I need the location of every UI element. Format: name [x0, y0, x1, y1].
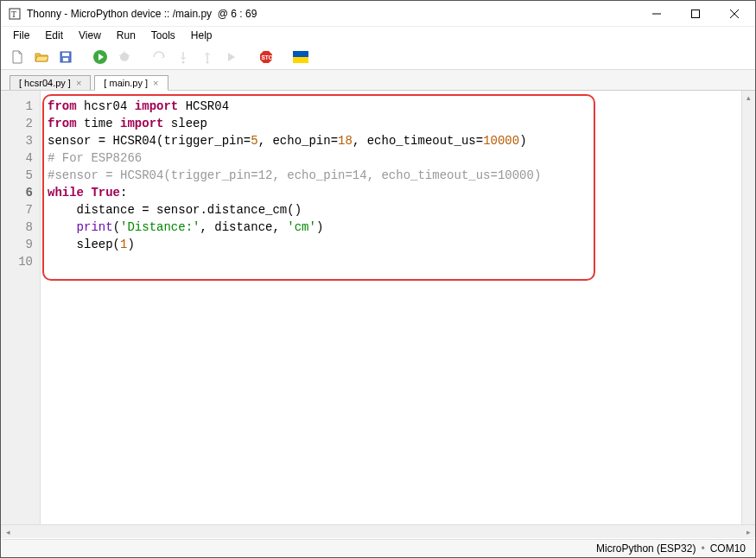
line-number: 1: [1, 98, 40, 115]
maximize-button[interactable]: [676, 2, 715, 26]
svg-point-10: [120, 53, 129, 61]
step-into-button[interactable]: [174, 48, 193, 67]
svg-text:T: T: [11, 10, 16, 19]
step-out-button[interactable]: [198, 48, 217, 67]
scroll-left-arrow-icon[interactable]: ◂: [1, 525, 15, 538]
minimize-button[interactable]: [637, 2, 676, 26]
svg-rect-3: [691, 10, 699, 17]
line-number: 2: [1, 115, 40, 132]
menu-edit[interactable]: Edit: [38, 28, 70, 43]
debug-button[interactable]: [115, 48, 134, 67]
save-button[interactable]: [56, 48, 75, 67]
svg-point-14: [182, 60, 185, 63]
menubar: File Edit View Run Tools Help: [1, 27, 755, 44]
status-interpreter[interactable]: MicroPython (ESP32): [596, 542, 696, 555]
menu-tools[interactable]: Tools: [144, 28, 182, 43]
window-controls: [637, 2, 753, 26]
editor-tabs: [ hcsr04.py ] × [ main.py ] ×: [1, 70, 755, 91]
tab-close-icon[interactable]: ×: [153, 78, 158, 88]
tab-close-icon[interactable]: ×: [76, 78, 81, 88]
svg-rect-7: [62, 53, 69, 56]
status-port[interactable]: COM10: [710, 542, 746, 555]
resume-button[interactable]: [222, 48, 241, 67]
statusbar: MicroPython (ESP32) • COM10: [2, 539, 754, 556]
line-number-gutter: 1 2 3 4 5 6 7 8 9 10: [1, 91, 41, 536]
svg-text:STOP: STOP: [262, 54, 275, 60]
run-button[interactable]: [91, 48, 110, 67]
svg-rect-19: [293, 57, 308, 63]
cursor-position: @ 6 : 69: [218, 8, 257, 20]
line-number: 8: [1, 219, 40, 236]
app-name: Thonny: [27, 8, 61, 20]
line-number: 4: [1, 149, 40, 167]
scroll-right-arrow-icon[interactable]: ▸: [741, 525, 755, 538]
menu-run[interactable]: Run: [110, 28, 143, 43]
editor-area: 1 2 3 4 5 6 7 8 9 10 from hcsr04 import …: [1, 91, 755, 536]
ukraine-flag-icon[interactable]: [291, 48, 310, 67]
scrollbar-track[interactable]: [15, 525, 741, 538]
open-file-button[interactable]: [32, 48, 51, 67]
vertical-scrollbar[interactable]: ▴: [741, 91, 755, 536]
svg-point-15: [206, 60, 209, 63]
status-separator: •: [701, 542, 704, 555]
close-button[interactable]: [715, 2, 753, 26]
menu-help[interactable]: Help: [184, 28, 219, 43]
window-title: Thonny - MicroPython device :: /main.py …: [27, 8, 637, 20]
new-file-button[interactable]: [8, 48, 27, 67]
titlebar: T Thonny - MicroPython device :: /main.p…: [1, 1, 755, 27]
line-number: 9: [1, 236, 40, 253]
device-path: MicroPython device :: /main.py: [71, 8, 212, 20]
tab-main[interactable]: [ main.py ] ×: [94, 75, 168, 91]
svg-rect-18: [293, 51, 308, 57]
app-icon: T: [8, 7, 22, 21]
scroll-up-arrow-icon[interactable]: ▴: [742, 91, 755, 105]
tab-label: [ main.py ]: [104, 78, 148, 88]
line-number: 7: [1, 201, 40, 219]
line-number: 3: [1, 132, 40, 149]
line-number-current: 6: [1, 184, 40, 201]
stop-button[interactable]: STOP: [257, 48, 276, 67]
step-over-button[interactable]: [149, 48, 168, 67]
code-editor[interactable]: from hcsr04 import HCSR04from time impor…: [41, 91, 741, 260]
svg-rect-8: [63, 58, 68, 61]
line-number: 5: [1, 167, 40, 184]
horizontal-scrollbar[interactable]: ◂ ▸: [1, 524, 755, 538]
tab-hcsr04[interactable]: [ hcsr04.py ] ×: [10, 75, 91, 90]
toolbar: STOP: [1, 44, 755, 70]
line-number: 10: [1, 253, 40, 270]
menu-file[interactable]: File: [6, 28, 36, 43]
menu-view[interactable]: View: [72, 28, 108, 43]
tab-label: [ hcsr04.py ]: [19, 78, 71, 88]
